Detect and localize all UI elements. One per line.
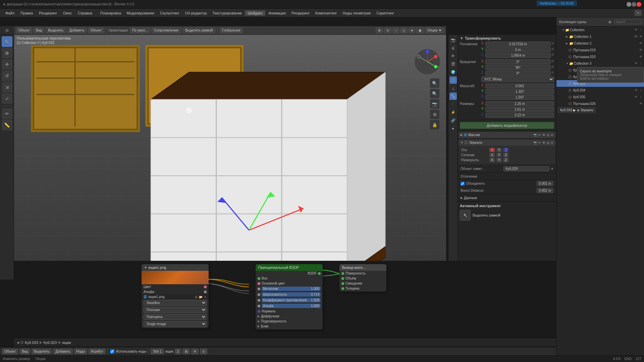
- prop-mesh-icon[interactable]: △: [449, 84, 457, 92]
- tree-vis-sel-k035[interactable]: ↕: [639, 95, 643, 99]
- bsdf-basecolor-socket[interactable]: [258, 282, 260, 285]
- bsdf-specular-arrow[interactable]: ▶: [258, 325, 260, 328]
- shading-wire-btn[interactable]: ◻: [400, 27, 408, 33]
- obj-sym-value[interactable]: Куб.029: [503, 166, 550, 171]
- tree-vis-eye-k034[interactable]: 👁: [634, 88, 638, 92]
- breadcrumb-yashik[interactable]: ящик: [62, 341, 71, 345]
- bsdf-roughness-field[interactable]: Шероховатость 0.714: [262, 292, 321, 297]
- image-color-socket[interactable]: [204, 286, 207, 288]
- nodes-nodes-btn[interactable]: Ноды: [74, 349, 88, 354]
- tab-uv[interactable]: UV-редактор: [182, 10, 210, 16]
- modifier-mirror-eye-icon[interactable]: 👁: [542, 141, 545, 144]
- rotation-mode-select[interactable]: XYZ Эйлер: [481, 76, 554, 82]
- prop-world-icon[interactable]: 🌍: [449, 68, 457, 76]
- options-btn[interactable]: Опции ▼: [425, 27, 444, 33]
- output-volume-socket[interactable]: [341, 277, 344, 280]
- dim-x-field[interactable]: 2.26 m: [485, 101, 554, 106]
- image-proj-select[interactable]: Плоская: [144, 307, 207, 313]
- merge-checkbox[interactable]: [461, 182, 465, 186]
- bsdf-normal-socket[interactable]: [258, 310, 260, 313]
- tool-measure[interactable]: 📏: [2, 120, 12, 130]
- modifier-mirror-delete-icon[interactable]: ✕: [551, 141, 553, 144]
- bsdf-ior-field[interactable]: Коэффициент преломления 1.500: [262, 298, 321, 302]
- tab-rendering[interactable]: Рендеринг: [289, 10, 312, 16]
- prop-modifier-icon[interactable]: 🔧: [449, 93, 457, 100]
- tool-move[interactable]: ✛: [2, 59, 12, 70]
- bisect-value[interactable]: 0.001 m: [537, 188, 553, 193]
- tool-transform[interactable]: ⤢: [2, 93, 12, 104]
- image-node-arrow[interactable]: ▼: [144, 266, 147, 269]
- prop-particles-icon[interactable]: ⋮: [449, 101, 457, 108]
- modifier-array-cam-icon[interactable]: 📷: [533, 133, 537, 137]
- tab-texture[interactable]: Текстурирование: [210, 10, 245, 16]
- tree-item-collection-root[interactable]: ▼ 📁 Collection 👁 ↕: [556, 26, 644, 33]
- bsdf-output-socket[interactable]: [318, 272, 321, 275]
- pos-y-copy-icon[interactable]: ⊞: [551, 47, 554, 52]
- tree-arrow-root[interactable]: ▼: [562, 28, 565, 32]
- scale-z-field[interactable]: 1.597: [485, 95, 554, 100]
- modifier-array-edit-icon[interactable]: ✏: [538, 133, 541, 137]
- pivot-btn[interactable]: Глобальное: [220, 27, 243, 33]
- rot-x-copy-icon[interactable]: ⊞: [551, 59, 554, 64]
- bsdf-node[interactable]: Принципиальный BSDF BSDF Все Основной цв…: [256, 264, 323, 329]
- nav-gizmo-svg[interactable]: X -X Y Z: [414, 48, 441, 75]
- options-status-label[interactable]: Опции: [35, 357, 45, 361]
- mirror-expand-y-btn[interactable]: Y: [496, 158, 502, 162]
- tree-vis-eye-root[interactable]: 👁: [634, 28, 638, 32]
- output-node[interactable]: Вывод мате... Поверхность Объём Смещение…: [339, 264, 386, 292]
- prop-material-icon[interactable]: ●: [449, 125, 457, 132]
- modifier-array-render-icon[interactable]: ◎: [547, 133, 549, 137]
- shading-solid-btn[interactable]: ○: [392, 27, 399, 33]
- dim-z-field[interactable]: 3.22 m: [485, 113, 554, 118]
- pos-x-field[interactable]: 0.017316 m: [485, 42, 551, 47]
- viewport-object-btn[interactable]: Объект: [88, 27, 104, 33]
- scale-y-field[interactable]: 1.307: [485, 89, 554, 94]
- tool-annotate[interactable]: ✏: [2, 108, 12, 119]
- nav-zoom-in-btn[interactable]: 🔍: [430, 78, 439, 88]
- pos-z-field[interactable]: 1.0654 m: [485, 53, 551, 58]
- mirror-cut-z-btn[interactable]: Z: [503, 153, 508, 157]
- output-disp-socket[interactable]: [341, 282, 344, 285]
- modifier-array-arrow[interactable]: ▶: [461, 133, 463, 136]
- mirror-axis-x-btn[interactable]: X: [489, 148, 495, 152]
- tree-vis-eye-c3[interactable]: 👁: [634, 62, 638, 65]
- tree-vis-eye-c1[interactable]: 👁: [639, 35, 643, 38]
- tab-modeling[interactable]: Моделирование: [124, 10, 157, 16]
- bsdf-diffuse-arrow[interactable]: ▶: [258, 315, 260, 318]
- window-maximize-btn[interactable]: [632, 2, 636, 7]
- window-close-btn[interactable]: [637, 2, 641, 7]
- modifier-mirror-arrow[interactable]: ▼: [461, 141, 463, 144]
- shading-mat-btn[interactable]: ●: [409, 27, 415, 33]
- modifier-mirror-edit-icon[interactable]: ✏: [538, 141, 541, 144]
- menu-window[interactable]: Окно: [60, 10, 74, 16]
- breadcrumb-kub023[interactable]: Куб.023: [44, 341, 57, 345]
- tab-geometry-nodes[interactable]: Ноды геометрии: [340, 10, 374, 16]
- pos-y-field[interactable]: 0 m: [485, 47, 551, 52]
- pos-z-copy-icon[interactable]: ⊞: [551, 53, 554, 58]
- image-copy-icon[interactable]: ⊞: [195, 295, 198, 299]
- prop-scene-icon[interactable]: 🎬: [449, 60, 457, 68]
- rot-x-field[interactable]: 0°: [485, 59, 551, 64]
- tree-vis-sel-k034[interactable]: ↕: [639, 88, 643, 92]
- modifier-array-eye-icon[interactable]: 👁: [542, 133, 545, 137]
- bsdf-metallic-field[interactable]: Металлик 1.000: [262, 287, 321, 291]
- modifier-mirror-render-icon[interactable]: ◎: [547, 141, 549, 144]
- tree-vis-eye-k035[interactable]: 👁: [634, 95, 638, 99]
- tab-layout[interactable]: Планировка: [98, 10, 124, 16]
- prop-view-icon[interactable]: 👁: [449, 52, 457, 60]
- viewport-view-btn[interactable]: Вид: [34, 27, 44, 33]
- rot-y-copy-icon[interactable]: ⊞: [551, 65, 554, 70]
- add-workspace-btn[interactable]: +: [635, 10, 641, 16]
- tree-vis-sel-c3[interactable]: ↕: [639, 62, 643, 65]
- bsdf-roughness-socket[interactable]: [258, 293, 260, 296]
- tab-scripting[interactable]: Скриптинг: [374, 10, 397, 16]
- bsdf-subsurface-arrow[interactable]: ▶: [258, 320, 260, 323]
- tree-item-collection-3[interactable]: ▼ 📁 Collection 3 👁 ↕: [556, 60, 644, 67]
- menu-help[interactable]: Справка: [75, 10, 95, 16]
- gizmo-btn[interactable]: ⊙: [384, 27, 391, 33]
- tree-item-collection-2[interactable]: ▶ 📁 Collection 2 👁: [556, 40, 644, 47]
- add-modifier-btn[interactable]: Добавить модификатор: [460, 122, 554, 129]
- tree-vis-eye-p019[interactable]: 👁: [639, 48, 643, 52]
- breadcrumb-back-icon[interactable]: ◀: [17, 341, 19, 344]
- nodes-object-mode-btn[interactable]: Объект: [2, 349, 18, 354]
